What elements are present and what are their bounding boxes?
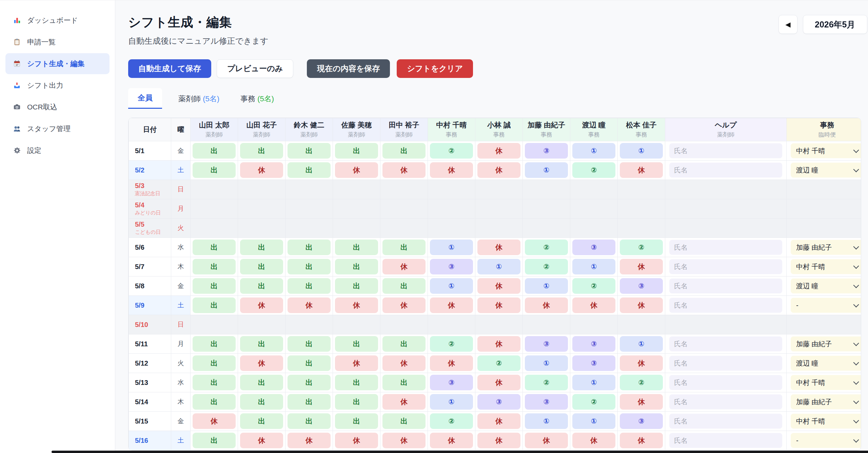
shift-pill[interactable]: 休 [430,162,473,178]
shift-pill[interactable]: 出 [335,375,378,390]
shift-pill[interactable]: ③ [430,375,473,390]
shift-pill[interactable]: 休 [525,297,568,313]
shift-pill[interactable]: ② [430,143,473,159]
shift-pill[interactable]: 出 [193,336,236,352]
shift-pill[interactable]: 出 [335,413,378,429]
shift-pill[interactable]: 休 [335,355,378,371]
shift-pill[interactable]: ① [572,143,615,159]
shift-pill[interactable]: 休 [430,297,473,313]
help-name-input[interactable] [669,259,782,274]
shift-pill[interactable]: 休 [240,433,283,448]
shift-pill[interactable]: 出 [335,394,378,410]
preview-only-button[interactable]: プレビューのみ [217,59,293,78]
shift-pill[interactable]: 出 [288,413,331,429]
sidebar-item-staff-management[interactable]: スタッフ管理 [5,118,110,139]
shift-pill[interactable]: ② [430,413,473,429]
help-name-input[interactable] [669,279,782,293]
shift-pill[interactable]: 休 [477,336,520,352]
help-name-input[interactable] [669,394,782,409]
shift-pill[interactable]: 出 [335,259,378,274]
shift-pill[interactable]: 出 [382,375,426,390]
help-name-input[interactable] [669,240,782,255]
shift-pill[interactable]: 休 [335,162,378,178]
shift-pill[interactable]: ① [525,162,568,178]
shift-pill[interactable]: ① [430,240,473,255]
temp-staff-select[interactable]: 渡辺 瞳 [791,356,861,371]
clear-shift-button[interactable]: シフトをクリア [397,59,473,78]
shift-pill[interactable]: 出 [193,162,236,178]
shift-pill[interactable]: ② [572,278,615,294]
shift-pill[interactable]: 出 [382,336,426,352]
shift-pill[interactable]: ① [525,413,568,429]
shift-pill[interactable]: 休 [477,143,520,159]
shift-pill[interactable]: 出 [240,375,283,390]
shift-pill[interactable]: 休 [620,259,663,274]
sidebar-item-settings[interactable]: 設定 [5,140,110,161]
save-current-button[interactable]: 現在の内容を保存 [307,59,390,78]
temp-staff-select[interactable]: - [791,298,861,313]
help-name-input[interactable] [669,298,782,313]
sidebar-item-dashboard[interactable]: ダッシュボード [5,10,110,31]
temp-staff-select[interactable]: 渡辺 瞳 [791,279,861,293]
temp-staff-select[interactable]: 中村 千晴 [791,143,861,158]
shift-pill[interactable]: ② [572,394,615,410]
shift-pill[interactable]: ① [572,413,615,429]
shift-pill[interactable]: ③ [525,336,568,352]
shift-pill[interactable]: 出 [288,143,331,159]
tab-all[interactable]: 全員 [128,88,162,109]
shift-pill[interactable]: ③ [477,394,520,410]
temp-staff-select[interactable]: 渡辺 瞳 [791,163,861,178]
shift-pill[interactable]: ② [525,259,568,274]
shift-pill[interactable]: 出 [335,240,378,255]
shift-pill[interactable]: 出 [193,394,236,410]
shift-pill[interactable]: 出 [193,297,236,313]
shift-pill[interactable]: ① [572,375,615,390]
shift-pill[interactable]: 休 [288,433,331,448]
shift-pill[interactable]: ② [620,375,663,390]
shift-pill[interactable]: 出 [335,336,378,352]
shift-pill[interactable]: ① [620,336,663,352]
help-name-input[interactable] [669,414,782,429]
shift-pill[interactable]: ② [430,336,473,352]
shift-pill[interactable]: 出 [382,278,426,294]
shift-pill[interactable]: 休 [382,355,426,371]
shift-pill[interactable]: 休 [620,297,663,313]
help-name-input[interactable] [669,143,782,158]
shift-pill[interactable]: ① [430,278,473,294]
help-name-input[interactable] [669,433,782,448]
shift-pill[interactable]: ③ [572,355,615,371]
shift-pill[interactable]: 休 [477,297,520,313]
shift-pill[interactable]: 休 [477,278,520,294]
temp-staff-select[interactable]: 中村 千晴 [791,259,861,274]
shift-pill[interactable]: 休 [477,162,520,178]
shift-pill[interactable]: 休 [477,433,520,448]
help-name-input[interactable] [669,375,782,390]
shift-pill[interactable]: 休 [382,297,426,313]
shift-pill[interactable]: 出 [193,143,236,159]
shift-pill[interactable]: 出 [193,433,236,448]
shift-pill[interactable]: 出 [240,336,283,352]
shift-pill[interactable]: 休 [430,355,473,371]
shift-pill[interactable]: ① [525,278,568,294]
shift-pill[interactable]: 出 [288,278,331,294]
shift-pill[interactable]: 出 [335,143,378,159]
shift-pill[interactable]: ① [525,355,568,371]
shift-pill[interactable]: 休 [193,413,236,429]
shift-pill[interactable]: 休 [382,433,426,448]
shift-pill[interactable]: 出 [288,355,331,371]
shift-pill[interactable]: ② [572,162,615,178]
shift-pill[interactable]: 休 [620,433,663,448]
temp-staff-select[interactable]: 加藤 由紀子 [791,336,861,351]
help-name-input[interactable] [669,336,782,351]
shift-pill[interactable]: ② [525,375,568,390]
shift-pill[interactable]: 出 [240,240,283,255]
shift-pill[interactable]: 休 [620,394,663,410]
shift-pill[interactable]: 出 [288,259,331,274]
shift-pill[interactable]: ② [525,240,568,255]
shift-pill[interactable]: ③ [572,336,615,352]
shift-pill[interactable]: 休 [240,297,283,313]
temp-staff-select[interactable]: 加藤 由紀子 [791,394,861,409]
shift-pill[interactable]: 休 [477,375,520,390]
tab-office[interactable]: 事務 (5名) [238,89,277,109]
shift-pill[interactable]: 休 [477,413,520,429]
